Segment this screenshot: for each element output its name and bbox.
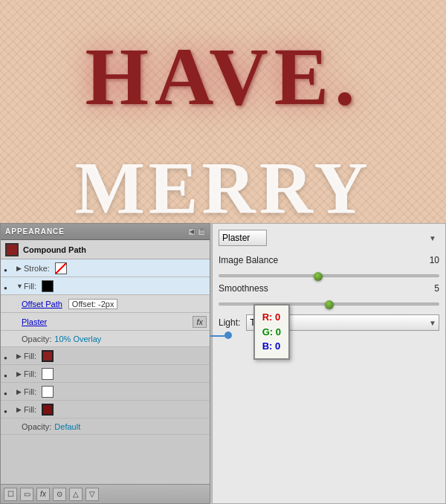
move-up-btn[interactable]: △ — [69, 488, 83, 501]
opacity-value: 10% Overlay — [54, 335, 101, 343]
opacity-default-label: Opacity: — [22, 422, 51, 431]
opacity-row: Opacity: 10% Overlay — [1, 331, 210, 347]
canvas-area: HAVE. MERRY — [0, 0, 446, 223]
fill-row-2: ▶ Fill: — [1, 347, 210, 365]
panel-menu-btn[interactable]: ☰ — [198, 228, 205, 236]
fill-label: Fill: — [24, 282, 36, 291]
stroke-arrow: ▶ — [16, 265, 24, 272]
light-row: Light: Top Right Top Left Bottom Right B… — [219, 314, 439, 331]
light-label: Light: — [219, 317, 240, 328]
delete-btn[interactable]: ⊙ — [53, 488, 66, 501]
rgb-r-line: R: 0 — [262, 310, 281, 325]
fx-toolbar-btn[interactable]: fx — [36, 488, 50, 501]
panel-title-bar: APPEARANCE ◀ ☰ — [1, 224, 210, 240]
image-balance-value: 10 — [424, 255, 439, 265]
panel-title-controls: ◀ ☰ — [188, 228, 205, 236]
bottom-panel: APPEARANCE ◀ ☰ Compound Path ▶ Stroke: R… — [0, 223, 446, 504]
stroke-eye-icon[interactable] — [4, 264, 14, 273]
panel-collapse-btn[interactable]: ◀ — [188, 228, 195, 236]
fx-button[interactable]: fx — [193, 316, 207, 328]
fill2-swatch[interactable] — [42, 350, 54, 362]
stroke-label: Stroke: — [24, 264, 50, 273]
rgb-g-line: G: 0 — [262, 325, 281, 340]
image-balance-thumb[interactable] — [314, 272, 323, 281]
canvas-text-have: HAVE. — [85, 30, 361, 124]
fill-arrow: ▼ — [16, 282, 24, 290]
duplicate-btn[interactable]: ▭ — [20, 488, 33, 501]
stroke-row: ▶ Stroke: R: 0 G: 0 B: 0 — [1, 259, 210, 277]
plaster-dropdown-row: Plaster Emboss Bas Relief Stamp ▼ — [219, 230, 439, 246]
fill-row-3: ▶ Fill: — [1, 365, 210, 383]
offset-value: Offset: -2px — [68, 299, 118, 309]
image-balance-row: Image Balance 10 — [219, 255, 439, 265]
smoothness-label: Smoothness — [219, 283, 293, 294]
opacity-default-value: Default — [54, 422, 80, 431]
fill-eye-icon[interactable] — [4, 282, 14, 291]
stroke-swatch[interactable] — [55, 262, 67, 274]
connector-line — [210, 335, 226, 337]
fill-row-5: ▶ Fill: — [1, 401, 210, 419]
opacity-label: Opacity: — [22, 335, 51, 343]
smoothness-row: Smoothness 5 — [219, 283, 439, 294]
panel-title: APPEARANCE — [5, 227, 65, 236]
fill5-label: Fill: — [24, 405, 36, 414]
fill2-eye-icon[interactable] — [4, 352, 14, 361]
fill-row-4: ▶ Fill: — [1, 383, 210, 401]
offset-path-row: Offset Path Offset: -2px — [1, 295, 210, 313]
offset-path-link[interactable]: Offset Path — [22, 300, 62, 308]
plaster-select-wrapper: Plaster Emboss Bas Relief Stamp ▼ — [219, 230, 439, 246]
rgb-tooltip: R: 0 G: 0 B: 0 — [253, 304, 290, 360]
rgb-b-line: B: 0 — [262, 339, 281, 354]
fill5-arrow: ▶ — [16, 406, 24, 413]
appearance-panel: APPEARANCE ◀ ☰ Compound Path ▶ Stroke: R… — [0, 223, 210, 504]
compound-path-icon — [5, 243, 19, 256]
opacity-default-row: Opacity: Default — [1, 419, 210, 435]
plaster-link[interactable]: Plaster — [22, 317, 47, 326]
fill-swatch[interactable] — [42, 280, 54, 292]
fill5-swatch[interactable] — [42, 404, 54, 416]
compound-path-title: Compound Path — [23, 245, 86, 254]
image-balance-track[interactable] — [219, 274, 439, 277]
image-balance-label: Image Balance — [219, 255, 293, 265]
new-item-btn[interactable]: ☐ — [4, 488, 17, 501]
compound-path-header: Compound Path — [1, 240, 210, 259]
fill3-label: Fill: — [24, 369, 36, 378]
plaster-type-select[interactable]: Plaster Emboss Bas Relief Stamp — [219, 230, 267, 246]
fill3-eye-icon[interactable] — [4, 369, 14, 378]
move-down-btn[interactable]: ▽ — [85, 488, 99, 501]
fill3-arrow: ▶ — [16, 370, 24, 378]
fill3-swatch[interactable] — [42, 368, 54, 380]
plaster-select-arrow: ▼ — [429, 234, 436, 242]
canvas-text-merry: MERRY — [74, 145, 371, 223]
fill4-arrow: ▶ — [16, 388, 24, 395]
fill5-eye-icon[interactable] — [4, 405, 14, 414]
fill2-label: Fill: — [24, 352, 36, 361]
fill-row: ▼ Fill: — [1, 277, 210, 295]
fill4-label: Fill: — [24, 387, 36, 396]
plaster-row: Plaster fx — [1, 313, 210, 331]
panel-toolbar: ☐ ▭ fx ⊙ △ ▽ — [1, 484, 210, 503]
fill4-eye-icon[interactable] — [4, 387, 14, 396]
smoothness-value: 5 — [424, 283, 439, 294]
smoothness-thumb[interactable] — [325, 300, 334, 309]
fill2-arrow: ▶ — [16, 352, 24, 360]
smoothness-track[interactable] — [219, 303, 439, 306]
fill4-swatch[interactable] — [42, 386, 54, 398]
plaster-settings-panel: Plaster Emboss Bas Relief Stamp ▼ Image … — [212, 223, 446, 504]
